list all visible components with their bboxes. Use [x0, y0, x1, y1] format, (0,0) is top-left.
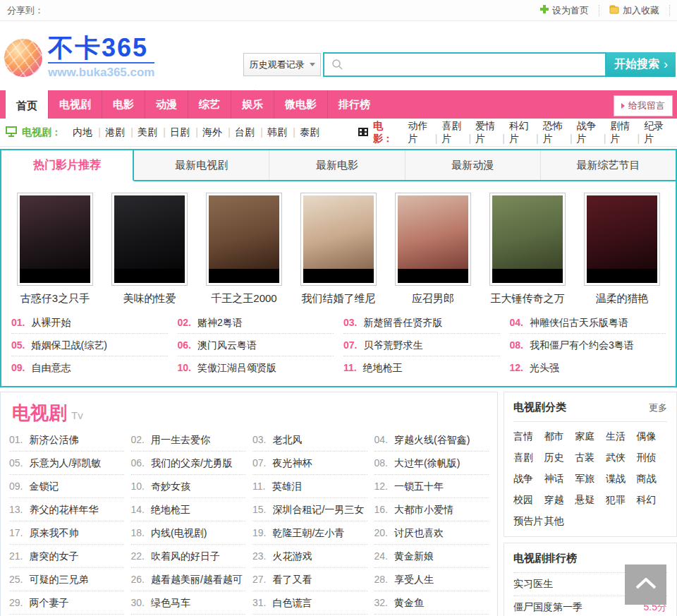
subnav-movie-link[interactable]: 纪录片 [638, 120, 671, 145]
tv-list-item[interactable]: 29.两个妻子 [9, 591, 124, 615]
featured-tab[interactable]: 最新动漫 [405, 150, 540, 180]
featured-tab[interactable]: 最新电视剧 [134, 150, 269, 180]
tv-list-item[interactable]: 05.乐意为人/郭凯敏 [9, 452, 124, 475]
tv-list-item[interactable]: 04.穿越火线(谷智鑫) [374, 428, 489, 452]
poster-card[interactable]: 应召男郎 [395, 193, 471, 306]
category-link[interactable]: 商战 [636, 473, 667, 485]
tv-list-item[interactable]: 08.大过年(徐帆版) [374, 452, 489, 475]
hot-list-item[interactable]: 12.光头强 [510, 356, 666, 379]
featured-tab[interactable]: 热门影片推荐 [1, 150, 134, 181]
history-dropdown[interactable]: 历史观看记录 [243, 53, 321, 76]
poster-card[interactable]: 我们结婚了维尼 [300, 193, 377, 306]
hot-list-item[interactable]: 10.笑傲江湖吕颂贤版 [178, 356, 334, 379]
nav-item[interactable]: 综艺 [188, 90, 231, 119]
category-link[interactable]: 悬疑 [575, 494, 606, 507]
poster-card[interactable]: 古惑仔3之只手 [17, 193, 93, 306]
category-link[interactable]: 预告片 [513, 515, 544, 528]
category-link[interactable]: 历史 [544, 452, 575, 464]
subnav-movie-link[interactable]: 恐怖片 [537, 120, 571, 145]
tv-list-item[interactable]: 03.老北风 [252, 428, 367, 452]
subnav-tv-link[interactable]: 韩剧 [261, 126, 293, 139]
hot-list-item[interactable]: 08.我和僵尸有个约会3粤语 [510, 334, 666, 356]
tv-list-item[interactable]: 14.绝地枪王 [131, 498, 246, 521]
category-link[interactable]: 武侠 [606, 452, 637, 464]
subnav-tv-link[interactable]: 台剧 [228, 126, 261, 139]
tv-list-item[interactable]: 09.金锁记 [9, 475, 124, 498]
add-favorite-link[interactable]: 加入收藏 [599, 5, 669, 16]
category-link[interactable]: 言情 [513, 430, 544, 443]
search-button[interactable]: 开始搜索 › [606, 52, 676, 77]
subnav-movie-link[interactable]: 爱情片 [469, 120, 503, 145]
tv-list-item[interactable]: 15.深圳合租记/一男三女 [252, 498, 367, 521]
category-link[interactable]: 神话 [544, 473, 575, 485]
poster-card[interactable]: 美味的性爱 [111, 193, 188, 306]
subnav-tv-link[interactable]: 内地 [66, 126, 99, 139]
tv-list-item[interactable]: 20.讨厌也喜欢 [374, 521, 489, 545]
category-link[interactable]: 校园 [513, 494, 544, 507]
subnav-movie-link[interactable]: 科幻片 [503, 120, 537, 145]
hot-list-item[interactable]: 06.澳门风云粤语 [178, 334, 334, 356]
subnav-tv-link[interactable]: 日剧 [164, 126, 196, 139]
category-link[interactable]: 刑侦 [636, 452, 667, 464]
hot-list-item[interactable]: 05.婚姻保卫战(综艺) [11, 334, 168, 356]
nav-item[interactable]: 排行榜 [327, 90, 381, 119]
tv-list-item[interactable]: 10.奇妙女孩 [131, 475, 246, 498]
subnav-tv-link[interactable]: 港剧 [99, 126, 131, 139]
category-link[interactable]: 其他 [544, 515, 575, 528]
poster-card[interactable]: 千王之王2000 [206, 193, 282, 306]
search-input[interactable] [323, 52, 606, 77]
tv-list-item[interactable]: 21.唐突的女子 [9, 545, 124, 568]
hot-list-item[interactable]: 11.绝地枪王 [343, 356, 500, 379]
more-link[interactable]: 更多 [649, 401, 667, 414]
nav-item[interactable]: 微电影 [274, 90, 327, 119]
tv-list-item[interactable]: 24.黄金新娘 [374, 545, 489, 568]
tv-list-item[interactable]: 22.吹着风的好日子 [131, 545, 246, 568]
hot-list-item[interactable]: 09.自由意志 [11, 356, 168, 379]
tv-list-item[interactable]: 07.夜光神杯 [252, 452, 367, 475]
tv-list-item[interactable]: 23.火花游戏 [252, 545, 367, 568]
nav-item[interactable]: 首页 [6, 90, 48, 121]
category-link[interactable]: 喜剧 [513, 452, 544, 464]
tv-list-item[interactable]: 30.绿色马车 [131, 591, 246, 615]
tv-list-item[interactable]: 26.越看越美丽/越看越可 [131, 568, 246, 591]
featured-tab[interactable]: 最新电影 [269, 150, 404, 180]
tv-list-item[interactable]: 27.看了又看 [252, 568, 367, 591]
tv-list-item[interactable]: 28.享受人生 [374, 568, 489, 591]
featured-tab[interactable]: 最新综艺节目 [540, 150, 676, 180]
hot-list-item[interactable]: 01.从裸开始 [11, 311, 168, 334]
set-home-link[interactable]: 设为首页 [530, 5, 599, 16]
tv-list-item[interactable]: 16.大都市小爱情 [374, 498, 489, 521]
nav-item[interactable]: 电视剧 [48, 90, 102, 119]
nav-item[interactable]: 娱乐 [231, 90, 274, 119]
message-button[interactable]: 给我留言 [614, 95, 673, 116]
hot-list-item[interactable]: 07.贝爷荒野求生 [343, 334, 500, 356]
subnav-movie-link[interactable]: 战争片 [571, 120, 604, 145]
subnav-tv-link[interactable]: 泰剧 [293, 126, 326, 139]
category-link[interactable]: 战争 [513, 473, 544, 485]
site-logo[interactable]: 不卡365 www.buka365.com [4, 35, 154, 80]
tv-list-item[interactable]: 17.原来我不帅 [9, 521, 124, 545]
tv-list-item[interactable]: 31.白色谎言 [252, 591, 367, 615]
tv-list-item[interactable]: 01.新济公活佛 [9, 428, 124, 452]
nav-item[interactable]: 动漫 [145, 90, 188, 119]
subnav-tv-link[interactable]: 美剧 [131, 126, 164, 139]
category-link[interactable]: 都市 [544, 430, 575, 443]
poster-card[interactable]: 王大锤传奇之万 [489, 193, 566, 306]
category-link[interactable]: 生活 [606, 430, 637, 443]
category-link[interactable]: 犯罪 [606, 494, 637, 507]
tv-list-item[interactable]: 19.乾隆王朝/左小青 [252, 521, 367, 545]
back-to-top-button[interactable] [625, 564, 666, 605]
tv-list-item[interactable]: 02.用一生去爱你 [131, 428, 246, 452]
subnav-movie-link[interactable]: 剧情片 [604, 120, 638, 145]
category-link[interactable]: 军旅 [575, 473, 606, 485]
hot-list-item[interactable]: 03.新楚留香任贤齐版 [343, 311, 500, 334]
category-link[interactable]: 古装 [575, 452, 606, 464]
subnav-movie-link[interactable]: 动作片 [401, 120, 435, 145]
tv-list-item[interactable]: 13.养父的花样年华 [9, 498, 124, 521]
subnav-movie-link[interactable]: 喜剧片 [435, 120, 469, 145]
tv-list-item[interactable]: 12.一锁五十年 [374, 475, 489, 498]
tv-list-item[interactable]: 32.黄金鱼 [374, 591, 489, 615]
tv-list-item[interactable]: 18.内线(电视剧) [131, 521, 246, 545]
category-link[interactable]: 科幻 [636, 494, 667, 507]
hot-list-item[interactable]: 04.神雕侠侣古天乐版粤语 [510, 311, 666, 334]
